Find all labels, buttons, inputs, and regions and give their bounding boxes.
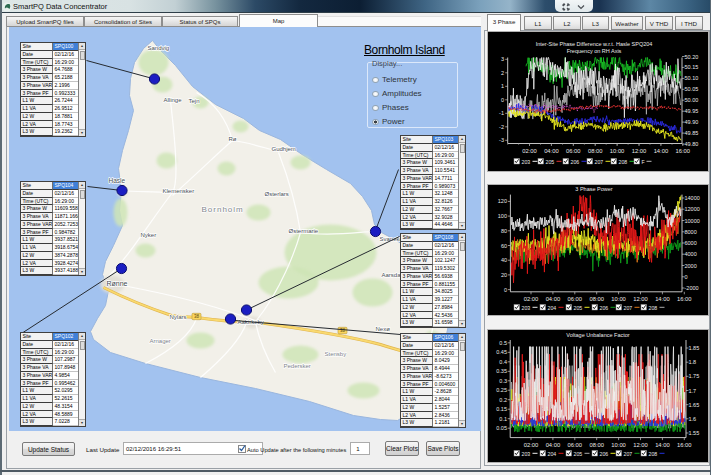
svg-text:Arnager: Arnager xyxy=(149,337,170,343)
svg-text:Sandvig: Sandvig xyxy=(147,44,169,50)
svg-text:Stensby: Stensby xyxy=(324,350,346,356)
svg-text:Klemensker: Klemensker xyxy=(162,187,194,193)
svg-text:Pedersker: Pedersker xyxy=(283,362,310,368)
svg-text:Nylars: Nylars xyxy=(169,313,186,319)
svg-text:38: 38 xyxy=(193,314,199,319)
svg-text:Rø: Rø xyxy=(228,135,236,141)
svg-text:Bornholm: Bornholm xyxy=(201,204,243,213)
svg-text:Østermarie: Østermarie xyxy=(288,227,318,233)
svg-text:Rønne: Rønne xyxy=(106,279,127,286)
svg-text:Tejn: Tejn xyxy=(188,97,199,103)
svg-text:Hasle: Hasle xyxy=(108,177,125,184)
svg-text:Nyker: Nyker xyxy=(140,231,156,237)
svg-text:Gudhjem: Gudhjem xyxy=(271,145,295,151)
svg-text:Nexø: Nexø xyxy=(375,325,390,331)
svg-text:Allinge: Allinge xyxy=(163,96,182,102)
svg-text:Østerlars: Østerlars xyxy=(264,190,288,196)
